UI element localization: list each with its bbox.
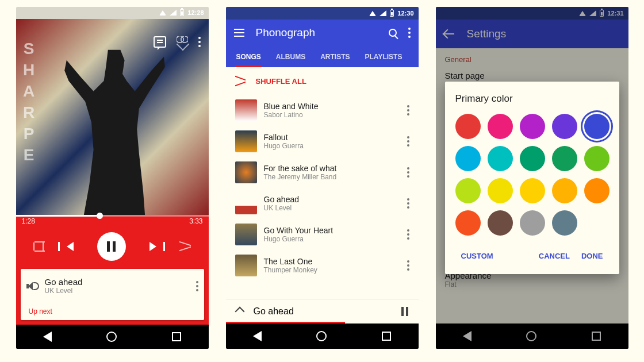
library-tabs: SONGS ALBUMS ARTISTS PLAYLISTS (226, 46, 419, 67)
custom-button[interactable]: CUSTOM (455, 247, 499, 265)
time-total: 3:33 (189, 217, 202, 225)
album-thumb (235, 192, 257, 214)
album-thumb (235, 161, 257, 183)
status-bar: 12:28 (16, 7, 209, 19)
status-clock: 12:28 (187, 9, 204, 16)
nav-home-icon[interactable] (316, 331, 327, 341)
seek-bar[interactable]: 1:28 3:33 (16, 215, 209, 230)
app-bar: Phonograph SONGS ALBUMS ARTISTS PLAYLIST… (226, 20, 419, 67)
color-swatch[interactable] (520, 178, 545, 203)
list-item[interactable]: Blue and WhiteSabor Latino (226, 95, 419, 126)
nav-back-icon[interactable] (43, 332, 52, 342)
song-overflow-icon[interactable] (407, 136, 409, 147)
album-thumb (235, 130, 257, 152)
phone-library: 12:30 Phonograph SONGS ALBUMS ARTISTS PL… (226, 7, 419, 349)
cancel-button[interactable]: CANCEL (533, 247, 576, 265)
up-next-label[interactable]: Up next (21, 303, 204, 320)
color-swatch[interactable] (488, 146, 513, 171)
color-swatch[interactable] (455, 210, 481, 236)
nav-home-icon[interactable] (106, 332, 117, 342)
list-item[interactable]: Go aheadUK Level (226, 188, 419, 219)
overflow-icon[interactable] (408, 28, 411, 38)
app-title: Phonograph (256, 26, 377, 39)
now-playing-artist: UK Level (45, 287, 188, 295)
song-overflow-icon[interactable] (407, 198, 409, 209)
mini-player[interactable]: Go ahead (226, 299, 419, 324)
now-playing-card: Go ahead UK Level Up next (21, 269, 204, 320)
color-swatch[interactable] (584, 146, 610, 171)
shuffle-icon[interactable] (179, 241, 191, 252)
nav-recents-icon[interactable] (382, 332, 391, 341)
song-overflow-icon[interactable] (407, 167, 409, 178)
tab-albums[interactable]: ALBUMS (275, 48, 306, 67)
pause-icon (107, 241, 116, 252)
seek-thumb[interactable] (97, 213, 103, 219)
menu-icon[interactable] (234, 29, 244, 37)
mini-pause-icon[interactable] (401, 307, 408, 316)
tab-playlists[interactable]: PLAYLISTS (364, 48, 404, 67)
color-swatch[interactable] (520, 114, 545, 139)
color-swatch[interactable] (552, 146, 577, 171)
song-artist: Thumper Monkey (264, 266, 400, 274)
wifi-icon (159, 10, 166, 16)
previous-icon[interactable] (67, 242, 74, 251)
song-title: Go With Your Heart (264, 226, 400, 235)
song-artist: UK Level (264, 204, 400, 212)
now-playing-title: Go ahead (45, 277, 188, 287)
battery-icon (180, 9, 184, 16)
song-overflow-icon[interactable] (407, 260, 409, 271)
done-button[interactable]: DONE (576, 247, 609, 265)
status-clock: 12:30 (397, 10, 413, 17)
wifi-icon (369, 11, 376, 16)
time-elapsed: 1:28 (22, 217, 35, 225)
color-swatch[interactable] (488, 114, 513, 139)
color-swatch[interactable] (552, 178, 577, 203)
color-swatch[interactable] (455, 114, 481, 139)
color-swatch[interactable] (584, 114, 610, 139)
color-swatch[interactable] (520, 210, 545, 236)
color-swatch[interactable] (455, 178, 481, 203)
nav-recents-icon[interactable] (172, 332, 181, 341)
album-art[interactable]: SHARPE (16, 19, 209, 215)
next-icon[interactable] (150, 242, 156, 251)
song-title: Blue and White (264, 102, 400, 111)
song-overflow-icon[interactable] (196, 281, 198, 291)
song-title: The Last One (264, 257, 400, 266)
tab-songs[interactable]: SONGS (235, 48, 262, 67)
song-overflow-icon[interactable] (407, 105, 409, 115)
phone-now-playing: 12:28 SHARPE 1:28 3:33 Go ahe (16, 7, 209, 349)
song-title: For the sake of what (264, 164, 400, 173)
color-swatch[interactable] (552, 114, 577, 139)
dialog-title: Primary color (455, 93, 609, 105)
android-nav-bar (226, 324, 419, 349)
shuffle-all-button[interactable]: SHUFFLE ALL (226, 67, 419, 95)
now-playing-row[interactable]: Go ahead UK Level (21, 269, 204, 303)
search-icon[interactable] (389, 29, 397, 37)
play-pause-button[interactable] (97, 232, 126, 261)
song-title: Fallout (264, 133, 400, 142)
overflow-icon[interactable] (198, 36, 201, 48)
list-item[interactable]: FalloutHugo Guerra (226, 126, 419, 157)
color-swatch[interactable] (520, 146, 545, 171)
color-swatch[interactable] (488, 210, 513, 236)
song-overflow-icon[interactable] (407, 229, 409, 240)
song-artist: Hugo Guerra (264, 235, 400, 243)
list-item[interactable]: The Last OneThumper Monkey (226, 250, 419, 281)
color-swatch[interactable] (552, 210, 577, 236)
color-swatch[interactable] (488, 178, 513, 203)
lyrics-icon[interactable] (154, 36, 166, 48)
chevron-up-icon[interactable] (235, 307, 244, 317)
repeat-icon[interactable] (33, 242, 44, 251)
shuffle-label: SHUFFLE ALL (256, 77, 306, 86)
color-picker-dialog: Primary color CUSTOM CANCEL DONE (445, 82, 619, 274)
song-list: Blue and WhiteSabor Latino FalloutHugo G… (226, 95, 419, 299)
nav-back-icon[interactable] (253, 331, 262, 341)
player-controls-panel: 1:28 3:33 Go ahead UK Level Up next (16, 215, 209, 325)
color-swatch[interactable] (455, 146, 481, 171)
list-item[interactable]: For the sake of whatThe Jeremy Miller Ba… (226, 157, 419, 188)
tab-artists[interactable]: ARTISTS (319, 48, 351, 67)
list-item[interactable]: Go With Your HeartHugo Guerra (226, 219, 419, 250)
color-swatch[interactable] (584, 178, 610, 203)
favorite-icon[interactable] (177, 36, 188, 47)
album-thumb (235, 99, 257, 121)
